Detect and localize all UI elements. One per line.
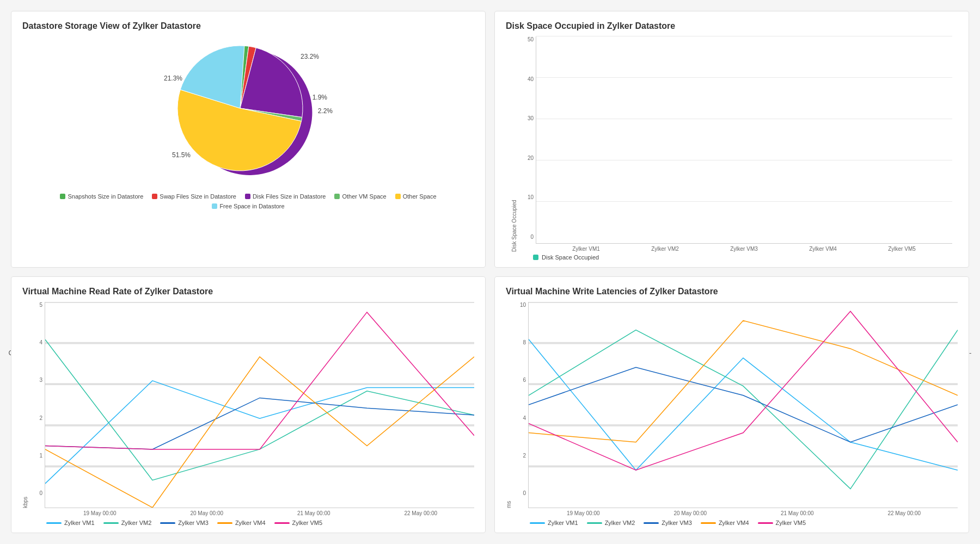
bar-y-label: 50 — [519, 36, 534, 42]
pie-legend-text: Free Space in Datastore — [219, 203, 284, 209]
bar-y-label: 40 — [519, 76, 534, 82]
line-legend-color — [530, 522, 545, 524]
line-y-label: 6 — [512, 377, 526, 383]
line-y-label: 5 — [28, 302, 42, 308]
pie-title: Datastore Storage View of Zylker Datasto… — [22, 21, 474, 31]
line-legend-item: Zylker VM4 — [701, 520, 749, 526]
dashboard: Space Split-up in a datastore. Top VMs b… — [11, 11, 969, 533]
line-legend-label: Zylker VM1 — [64, 520, 95, 526]
panel-line-write: Virtual Machine Write Latencies of Zylke… — [494, 276, 969, 533]
pie-legend-item: Disk Files Size in Datastore — [245, 193, 326, 200]
pie-container: 23.2% 1.9% 2.2% 51.5% 21.3% Snapshots Si… — [22, 36, 474, 261]
pie-legend-item: Snapshots Size in Datastore — [60, 193, 143, 200]
line-write-legend: Zylker VM1Zylker VM2Zylker VM3Zylker VM4… — [506, 520, 958, 526]
bar-plot: Zylker VM1Zylker VM2Zylker VM3Zylker VM4… — [536, 36, 952, 252]
line-legend-item: Zylker VM2 — [587, 520, 635, 526]
line-legend-label: Zylker VM2 — [121, 520, 152, 526]
pie-legend-color — [334, 194, 340, 199]
line-read-y-title: kbps — [22, 302, 28, 508]
pie-label-19: 1.9% — [313, 94, 327, 101]
pie-legend-text: Snapshots Size in Datastore — [68, 193, 143, 200]
line-legend-color — [758, 522, 773, 524]
panel-bar: Disk Space Occupied in Zylker Datastore … — [494, 11, 969, 268]
line-legend-color — [217, 522, 232, 524]
line-x-label: 20 May 00:00 — [637, 510, 744, 516]
line-legend-label: Zylker VM4 — [235, 520, 266, 526]
pie-chart: 23.2% 1.9% 2.2% 51.5% 21.3% — [161, 36, 335, 189]
bar-x-label: Zylker VM5 — [883, 246, 921, 252]
line-legend-item: Zylker VM5 — [758, 520, 806, 526]
line-y-label: 4 — [28, 339, 42, 345]
line-read-inner: kbps 012345 — [22, 302, 474, 508]
bars-container — [536, 36, 952, 243]
pie-legend-color — [245, 194, 250, 199]
line-legend-color — [644, 522, 659, 524]
line-legend-item: Zylker VM3 — [160, 520, 209, 526]
line-legend-item: Zylker VM2 — [103, 520, 152, 526]
line-legend-item: Zylker VM5 — [274, 520, 323, 526]
line-chart-svg — [529, 302, 958, 508]
line-read-title: Virtual Machine Read Rate of Zylker Data… — [22, 287, 474, 296]
pie-legend-item: Other Space — [395, 193, 437, 200]
line-x-label: 22 May 00:00 — [367, 510, 475, 516]
line-legend-item: Zylker VM1 — [530, 520, 578, 526]
line-series — [529, 339, 958, 471]
line-write-y-title: ms — [506, 302, 512, 508]
pie-label-213: 21.3% — [164, 75, 182, 82]
bar-grid — [536, 36, 952, 244]
bar-x-labels: Zylker VM1Zylker VM2Zylker VM3Zylker VM4… — [536, 244, 952, 252]
line-write-inner: ms 0246810 — [506, 302, 958, 508]
line-read-x-labels: 19 May 00:0020 May 00:0021 May 00:0022 M… — [22, 508, 474, 516]
line-x-label: 21 May 00:00 — [744, 510, 851, 516]
line-legend-color — [46, 522, 62, 524]
bar-x-label: Zylker VM3 — [725, 246, 763, 252]
bar-legend: Disk Space Occupied — [511, 254, 952, 261]
bar-x-label: Zylker VM4 — [804, 246, 842, 252]
pie-label-22: 2.2% — [318, 107, 333, 115]
pie-legend-text: Other Space — [403, 193, 437, 200]
line-y-label: 10 — [512, 302, 526, 308]
line-y-label: 4 — [512, 415, 526, 421]
panel-line-read: Virtual Machine Read Rate of Zylker Data… — [11, 276, 486, 533]
bar-y-axis: 01020304050 — [519, 36, 536, 252]
pie-legend-item: Swap Files Size in Datastore — [152, 193, 236, 200]
line-series — [529, 330, 958, 489]
pie-legend-text: Disk Files Size in Datastore — [253, 193, 326, 200]
line-legend-item: Zylker VM1 — [46, 520, 95, 526]
line-legend-label: Zylker VM2 — [605, 520, 635, 526]
pie-label-515: 51.5% — [172, 151, 191, 159]
line-read-y-axis: 012345 — [28, 302, 45, 508]
line-series — [45, 381, 474, 484]
line-x-label: 19 May 00:00 — [530, 510, 637, 516]
line-legend-label: Zylker VM1 — [548, 520, 578, 526]
line-write-plot — [528, 302, 958, 508]
line-chart-svg — [45, 302, 474, 508]
panel-pie: Datastore Storage View of Zylker Datasto… — [11, 11, 486, 268]
line-series — [45, 357, 474, 508]
line-legend-label: Zylker VM3 — [178, 520, 209, 526]
bar-chart-inner: Disk Space Occupied 01020304050 Zylker V… — [511, 36, 952, 252]
bar-legend-dot — [533, 255, 538, 260]
bar-x-label: Zylker VM2 — [646, 246, 684, 252]
line-series — [45, 312, 474, 449]
line-x-label: 19 May 00:00 — [46, 510, 154, 516]
bar-y-title: Disk Space Occupied — [511, 36, 517, 252]
line-series — [529, 367, 958, 442]
line-write-title: Virtual Machine Write Latencies of Zylke… — [506, 287, 958, 296]
line-y-label: 1 — [28, 453, 42, 459]
pie-legend-item: Free Space in Datastore — [212, 203, 284, 209]
line-y-label: 0 — [28, 490, 42, 496]
line-read-legend: Zylker VM1Zylker VM2Zylker VM3Zylker VM4… — [22, 520, 474, 526]
bar-y-label: 0 — [519, 234, 534, 240]
line-legend-item: Zylker VM3 — [644, 520, 692, 526]
line-legend-label: Zylker VM3 — [661, 520, 692, 526]
pie-legend-text: Swap Files Size in Datastore — [160, 193, 236, 200]
line-write-y-axis: 0246810 — [512, 302, 528, 508]
pie-percentage-labels: 23.2% 1.9% 2.2% 51.5% 21.3% — [161, 36, 335, 189]
line-read-wrap: kbps 012345 19 May 00:0020 May 00:0021 M… — [22, 302, 474, 526]
line-series — [529, 311, 958, 470]
pie-legend-color — [60, 194, 65, 199]
line-y-label: 2 — [512, 453, 526, 459]
line-legend-label: Zylker VM5 — [776, 520, 806, 526]
line-legend-color — [103, 522, 119, 524]
